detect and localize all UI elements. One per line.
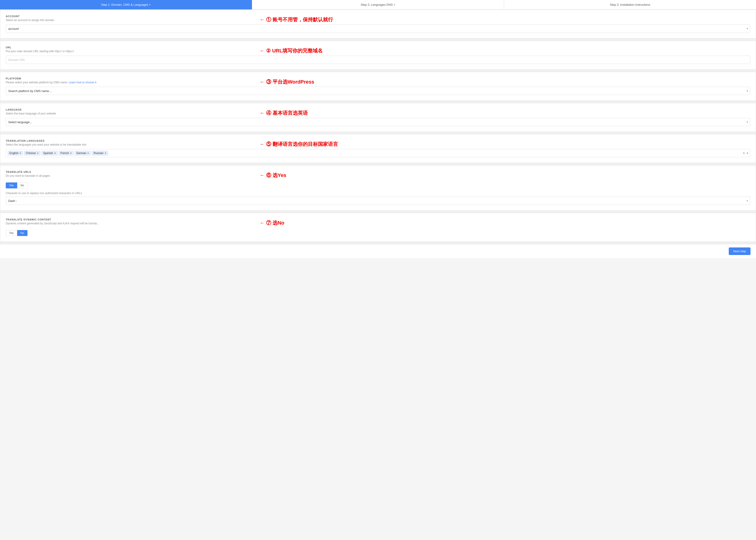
tag-russian-remove[interactable]: ✕ (104, 152, 106, 155)
translation-languages-annotation-row: TRANSLATION LANGUAGES Select the languag… (6, 139, 750, 149)
language-annotation: ← ④ 基本语言选英语 (253, 110, 750, 116)
tag-english: English ✕ (8, 151, 23, 155)
language-select[interactable]: Select language... (6, 118, 750, 126)
platform-label: PLATFORM (6, 77, 251, 80)
translate-urls-char-select[interactable]: Dash - (6, 197, 750, 205)
translate-urls-no-btn[interactable]: No (17, 183, 28, 189)
translation-languages-input[interactable]: English ✕ Chinese ✕ Spanish ✕ French ✕ G… (6, 149, 750, 157)
translate-dynamic-btn-group: Yes No (6, 230, 750, 236)
translate-urls-section: TRANSLATE URLS Do you want to translate … (0, 165, 756, 210)
next-step-button[interactable]: Next step (729, 247, 750, 255)
tag-english-remove[interactable]: ✕ (19, 152, 21, 155)
language-sublabel: Select the base language of your website (6, 112, 251, 115)
account-section: ACCOUNT Select an account to assign this… (0, 10, 756, 39)
translate-dynamic-annotation-row: TRANSLATE DYNAMIC CONTENT Dynamic conten… (6, 218, 750, 228)
language-annotation-row: LANGUAGE Select the base language of you… (6, 108, 750, 118)
tags-controls: ✕ ▾ (742, 151, 748, 155)
language-select-wrapper: Select language... (6, 118, 750, 126)
account-select[interactable]: account (6, 25, 750, 33)
language-label: LANGUAGE (6, 108, 251, 111)
url-annotation: ← ② URL填写你的完整域名 (253, 48, 750, 54)
translate-dynamic-annotation: ← ⑦ 选No (253, 219, 750, 226)
tag-spanish-remove[interactable]: ✕ (54, 152, 56, 155)
tag-french-remove[interactable]: ✕ (70, 152, 72, 155)
platform-annotation-row: PLATFORM Please select your website plat… (6, 77, 750, 87)
tag-chinese: Chinese ✕ (24, 151, 40, 155)
translate-dynamic-sublabel: Dynamic content generated by JavaScript … (6, 222, 251, 225)
translate-urls-annotation: ← ⑥ 选Yes (253, 172, 750, 179)
url-annotation-row: URL Put your main domain URL starting wi… (6, 46, 750, 56)
tag-german: German ✕ (75, 151, 91, 155)
stepper-step-1-label: Step 1: Domain, CMS & Languages > (101, 3, 151, 6)
translate-urls-annotation-row: TRANSLATE URLS Do you want to translate … (6, 171, 750, 180)
translation-languages-sublabel: Select the languages you want your websi… (6, 143, 251, 146)
translation-languages-annotation: ← ⑤ 翻译语言选你的目标国家语言 (253, 141, 750, 148)
translation-languages-section: TRANSLATION LANGUAGES Select the languag… (0, 134, 756, 163)
url-sublabel: Put your main domain URL starting with h… (6, 50, 251, 53)
tags-chevron-icon[interactable]: ▾ (747, 151, 748, 155)
language-section: LANGUAGE Select the base language of you… (0, 103, 756, 132)
translate-urls-label: TRANSLATE URLS (6, 171, 251, 173)
platform-select-wrapper: Search platform by CMS name... (6, 87, 750, 95)
stepper-step-1[interactable]: Step 1: Domain, CMS & Languages > (0, 0, 252, 9)
translate-urls-btn-group: Yes No (6, 183, 750, 189)
platform-sublabel: Please select your website platform by C… (6, 81, 251, 84)
stepper-step-3[interactable]: Step 3: Installation instructions (504, 0, 756, 9)
url-label: URL (6, 46, 251, 49)
tag-french: French ✕ (59, 151, 74, 155)
tag-russian: Russian ✕ (92, 151, 108, 155)
translate-urls-yes-btn[interactable]: Yes (6, 183, 17, 189)
footer-bar: Next step (0, 244, 756, 258)
tags-clear-icon[interactable]: ✕ (742, 151, 745, 155)
account-sublabel: Select an account to assign this domain (6, 19, 251, 22)
main-content: ACCOUNT Select an account to assign this… (0, 10, 756, 258)
tag-spanish: Spanish ✕ (42, 151, 58, 155)
tag-german-remove[interactable]: ✕ (87, 152, 89, 155)
platform-annotation: ← ③ 平台选WordPress (253, 78, 750, 85)
translate-dynamic-no-btn[interactable]: No (17, 230, 28, 236)
translate-dynamic-section: TRANSLATE DYNAMIC CONTENT Dynamic conten… (0, 213, 756, 242)
account-select-wrapper: account (6, 25, 750, 33)
url-input[interactable] (6, 56, 750, 64)
tag-chinese-remove[interactable]: ✕ (37, 152, 39, 155)
account-label: ACCOUNT (6, 15, 251, 18)
translate-dynamic-yes-btn[interactable]: Yes (6, 230, 17, 236)
translate-urls-char-label: Character to use to replace non authoriz… (6, 192, 750, 195)
translate-urls-sublabel: Do you want to translate in all pages (6, 174, 251, 178)
stepper: Step 1: Domain, CMS & Languages > Step 2… (0, 0, 756, 10)
translation-languages-label: TRANSLATION LANGUAGES (6, 139, 251, 142)
account-annotation: ← ① 账号不用管，保持默认就行 (253, 16, 750, 23)
stepper-step-3-label: Step 3: Installation instructions (610, 3, 650, 6)
stepper-step-2[interactable]: Step 2: Languages DNS > (252, 0, 504, 9)
translate-urls-char-select-wrapper: Dash - (6, 197, 750, 205)
url-section: URL Put your main domain URL starting wi… (0, 41, 756, 69)
stepper-step-2-label: Step 2: Languages DNS > (361, 3, 395, 6)
platform-sublabel-link[interactable]: Learn how to choose it (69, 81, 96, 84)
platform-section: PLATFORM Please select your website plat… (0, 72, 756, 101)
translate-dynamic-label: TRANSLATE DYNAMIC CONTENT (6, 218, 251, 221)
account-annotation-row: ACCOUNT Select an account to assign this… (6, 15, 750, 25)
platform-select[interactable]: Search platform by CMS name... (6, 87, 750, 95)
